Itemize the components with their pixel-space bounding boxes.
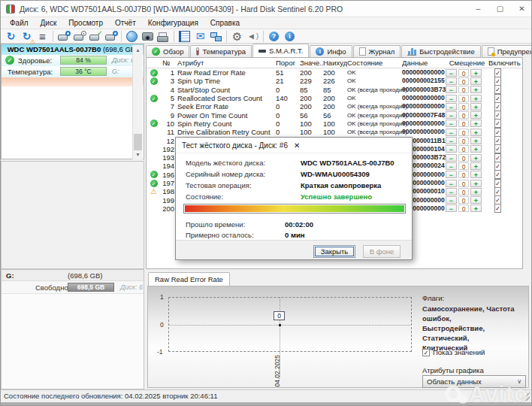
offset-decrease-button[interactable]: − [446, 205, 457, 212]
tab-предупреждения[interactable]: Предупреждения [482, 45, 532, 57]
table-row[interactable]: 4Start/Stop Count08585OK (всегда проходи… [147, 86, 522, 94]
show-values-checkbox[interactable]: ✓ [422, 349, 430, 356]
offset-decrease-button[interactable]: − [446, 180, 457, 187]
maximize-button[interactable]: ▢ [489, 1, 511, 17]
offset-decrease-button[interactable]: − [446, 103, 457, 111]
enable-checkbox[interactable]: ✓ [494, 162, 501, 171]
offset-decrease-button[interactable]: − [446, 69, 457, 77]
offset-increase-button[interactable]: + [470, 86, 482, 93]
offset-increase-button[interactable]: + [470, 196, 482, 204]
offset-increase-button[interactable]: + [470, 205, 482, 212]
offset-decrease-button[interactable]: − [446, 111, 457, 119]
sidebar-scrollbar[interactable]: ▲ ▼ [132, 45, 143, 159]
offset-increase-button[interactable]: + [470, 145, 482, 153]
printer-icon[interactable] [156, 30, 171, 43]
tab-температура[interactable]: Температура [190, 45, 252, 57]
column-header[interactable]: Состояние [347, 59, 402, 67]
offset-decrease-button[interactable]: − [446, 95, 457, 102]
disk-entry[interactable]: WDC WD7501AALS-00J7B0 (698,6 GB) ✓ Здоро… [2, 44, 144, 86]
camera-icon[interactable] [141, 30, 155, 43]
offset-decrease-button[interactable]: − [446, 196, 457, 204]
menu-item-6[interactable]: Справка [204, 19, 246, 27]
minimize-button[interactable]: – [467, 1, 489, 17]
disk-ok-icon[interactable]: ✓ [88, 30, 102, 43]
offset-decrease-button[interactable]: − [446, 120, 457, 127]
table-row[interactable]: ✓3Spin Up Time21229226OK000000002155−0+✓ [147, 77, 522, 85]
refresh-icon[interactable] [4, 30, 18, 43]
report-icon[interactable] [177, 30, 192, 43]
details-icon[interactable] [35, 30, 50, 43]
column-header[interactable]: Данные [402, 59, 446, 67]
enable-checkbox[interactable]: ✓ [494, 144, 501, 153]
close-button[interactable]: ✕ [511, 1, 532, 17]
info-icon[interactable]: i [283, 30, 297, 43]
offset-increase-button[interactable]: + [470, 103, 482, 111]
enable-checkbox[interactable]: ✓ [494, 68, 501, 77]
offset-decrease-button[interactable]: − [446, 145, 457, 153]
disk-schedule-icon[interactable] [72, 30, 86, 43]
enable-checkbox[interactable]: ✓ [494, 128, 501, 137]
offset-decrease-button[interactable]: − [446, 86, 457, 93]
scroll-thumb[interactable] [134, 134, 142, 150]
data-area-dropdown[interactable]: Область данных ∨ [422, 375, 526, 388]
enable-checkbox[interactable]: ✓ [494, 119, 501, 128]
enable-checkbox[interactable]: ✓ [494, 170, 501, 179]
enable-checkbox[interactable]: ✓ [494, 187, 501, 196]
tab-быстродействие[interactable]: Быстродействие [401, 45, 480, 57]
enable-checkbox[interactable]: ✓ [494, 179, 501, 188]
table-row[interactable]: ✓10Spin Retry Count0100100OK (всегда про… [147, 120, 522, 128]
chart-tab[interactable]: Raw Read Error Rate [148, 272, 230, 286]
enable-checkbox[interactable]: ✓ [494, 204, 501, 213]
table-row[interactable]: 7Seek Error Rate0200200OK (всегда проход… [147, 102, 522, 111]
offset-increase-button[interactable]: + [470, 180, 482, 187]
tab-журнал[interactable]: Журнал [353, 45, 401, 57]
menu-item-4[interactable]: Отчёт [109, 19, 142, 27]
offset-increase-button[interactable]: + [470, 69, 482, 77]
enable-checkbox[interactable]: ✓ [494, 85, 501, 94]
settings-gear-icon[interactable] [230, 30, 244, 43]
offset-decrease-button[interactable]: − [446, 162, 457, 170]
tab-обзор[interactable]: ✓Обзор [146, 45, 189, 57]
scroll-up-icon[interactable]: ▲ [133, 45, 143, 55]
offset-decrease-button[interactable]: − [446, 188, 457, 195]
sound-icon[interactable] [246, 30, 260, 43]
offset-increase-button[interactable]: + [470, 95, 482, 102]
tab-s-m-a-r-t-[interactable]: S.M.A.R.T. [252, 44, 309, 57]
table-row[interactable]: ✓1Raw Read Error Rate51200200OK000000000… [147, 68, 522, 77]
menu-item-2[interactable]: Диск [35, 19, 63, 27]
column-header[interactable]: № [161, 59, 177, 67]
table-row[interactable]: ✓5Reallocated Sectors Count140200200OK00… [147, 94, 522, 102]
enable-checkbox[interactable]: ✓ [494, 136, 501, 145]
offset-increase-button[interactable]: + [470, 171, 482, 178]
offset-increase-button[interactable]: + [470, 188, 482, 195]
table-row[interactable]: 9Power On Time Count05656OK (всегда прох… [147, 111, 522, 119]
enable-checkbox[interactable]: ✓ [494, 77, 501, 86]
menu-item-3[interactable]: Просмотр [62, 19, 109, 27]
offset-increase-button[interactable]: + [470, 111, 482, 119]
offset-increase-button[interactable]: + [470, 137, 482, 144]
offset-decrease-button[interactable]: − [446, 129, 457, 136]
offset-decrease-button[interactable]: − [446, 171, 457, 178]
enable-checkbox[interactable]: ✓ [494, 153, 501, 162]
dialog-close-icon[interactable]: ✕ [294, 141, 300, 150]
offset-decrease-button[interactable]: − [446, 137, 457, 144]
offset-increase-button[interactable]: + [470, 162, 482, 170]
help-icon[interactable]: ? [267, 30, 281, 43]
column-header[interactable]: Порог [276, 59, 300, 67]
offset-decrease-button[interactable]: − [446, 77, 457, 85]
enable-checkbox[interactable]: ✓ [494, 111, 501, 120]
partition-header[interactable]: G: (698,6 GB) [2, 270, 144, 281]
close-dialog-button[interactable]: Закрыть [313, 245, 355, 258]
menu-item-5[interactable]: Конфигурация [142, 19, 204, 27]
offset-increase-button[interactable]: + [470, 129, 482, 136]
offset-increase-button[interactable]: + [470, 154, 482, 162]
refresh-warning-icon[interactable] [20, 30, 34, 43]
network-icon[interactable] [209, 30, 223, 43]
enable-checkbox[interactable]: ✓ [494, 94, 501, 103]
globe-icon[interactable] [125, 30, 139, 43]
column-header[interactable]: Значе... [300, 59, 323, 67]
enable-checkbox[interactable]: ✓ [494, 102, 501, 111]
scroll-down-icon[interactable]: ▼ [133, 150, 143, 159]
column-header[interactable]: Наихуд.. [323, 59, 347, 67]
menu-item-1[interactable]: Файл [4, 19, 35, 27]
